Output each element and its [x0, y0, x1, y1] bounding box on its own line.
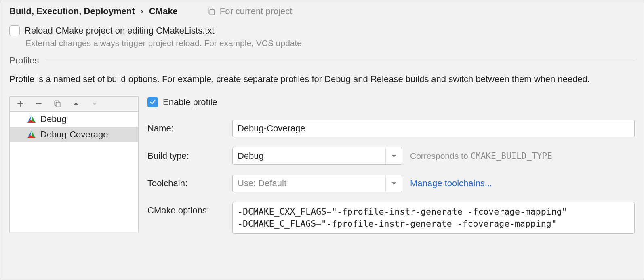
cmake-icon — [27, 130, 36, 139]
profile-item-label: Debug — [40, 114, 67, 124]
move-down-button[interactable] — [90, 99, 99, 109]
scope-badge: For current project — [207, 6, 293, 17]
build-type-select[interactable]: Debug — [232, 147, 402, 165]
svg-rect-3 — [56, 102, 60, 107]
reload-hint: External changes always trigger project … — [25, 38, 635, 48]
profile-list-item[interactable]: Debug-Coverage — [10, 127, 138, 142]
enable-profile-row[interactable]: Enable profile — [147, 97, 635, 107]
add-profile-button[interactable] — [15, 99, 25, 109]
cmake-options-input[interactable]: -DCMAKE_CXX_FLAGS="-fprofile-instr-gener… — [232, 202, 635, 234]
reload-checkbox-row[interactable]: Reload CMake project on editing CMakeLis… — [9, 25, 635, 36]
cmake-settings-panel: Build, Execution, Deployment › CMake For… — [0, 0, 644, 280]
toolchain-label: Toolchain: — [147, 178, 224, 189]
profile-list-item[interactable]: Debug — [10, 112, 138, 127]
chevron-down-icon — [385, 147, 402, 164]
profile-item-label: Debug-Coverage — [40, 129, 108, 140]
cmake-options-label: CMake options: — [147, 202, 224, 216]
name-label: Name: — [147, 123, 224, 134]
build-type-label: Build type: — [147, 151, 224, 161]
breadcrumb-page: CMake — [149, 6, 178, 17]
scope-label: For current project — [220, 6, 293, 17]
build-type-hint: Corresponds to CMAKE_BUILD_TYPE — [410, 151, 552, 161]
svg-rect-1 — [210, 9, 214, 15]
breadcrumb-separator: › — [140, 6, 143, 17]
breadcrumb: Build, Execution, Deployment › CMake For… — [9, 6, 635, 17]
profiles-section-label: Profiles — [9, 55, 39, 66]
profile-form: Enable profile Name: Debug-Coverage Buil… — [147, 96, 635, 234]
cmake-icon — [27, 114, 36, 124]
profiles-list[interactable]: Debug Debug-Coverage — [9, 111, 139, 232]
copy-profile-button[interactable] — [53, 99, 62, 109]
manage-toolchains-link[interactable]: Manage toolchains... — [410, 178, 492, 189]
chevron-down-icon — [385, 175, 402, 192]
breadcrumb-group[interactable]: Build, Execution, Deployment — [9, 6, 135, 17]
name-input[interactable]: Debug-Coverage — [232, 120, 635, 137]
profiles-description: Profile is a named set of build options.… — [9, 73, 635, 86]
remove-profile-button[interactable] — [34, 99, 44, 109]
reload-checkbox-label: Reload CMake project on editing CMakeLis… — [25, 25, 215, 36]
enable-profile-checkbox[interactable] — [147, 97, 158, 107]
copy-scope-icon — [207, 7, 216, 16]
move-up-button[interactable] — [71, 99, 81, 109]
enable-profile-label: Enable profile — [163, 97, 217, 107]
toolchain-select[interactable]: Use: Default — [232, 175, 402, 192]
profiles-panel: Debug Debug-Coverage — [9, 96, 139, 234]
profiles-toolbar — [9, 96, 139, 111]
profiles-section-header: Profiles — [9, 55, 635, 66]
reload-checkbox[interactable] — [9, 25, 20, 36]
